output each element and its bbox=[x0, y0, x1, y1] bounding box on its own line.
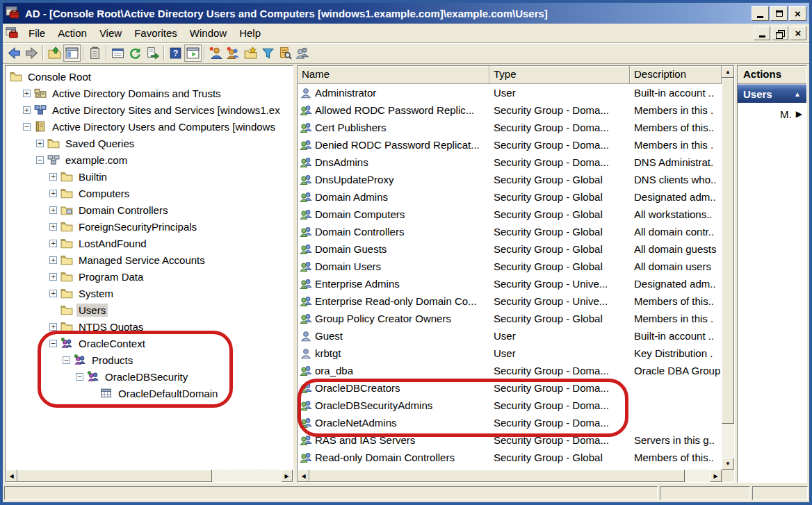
list-hscroll-track[interactable] bbox=[685, 470, 710, 482]
new-group-button[interactable] bbox=[225, 44, 242, 62]
list-row-krbtgt[interactable]: krbtgtUserKey Distribution . bbox=[298, 345, 722, 362]
list-row-read-only-domain-controllers[interactable]: Read-only Domain ControllersSecurity Gro… bbox=[298, 449, 722, 466]
tree-item-lostandfound[interactable]: +LostAndFound bbox=[6, 235, 293, 251]
tree-item-program-data[interactable]: +Program Data bbox=[6, 268, 293, 285]
tree-hscroll-track[interactable] bbox=[212, 470, 281, 482]
expand-icon[interactable]: + bbox=[23, 106, 31, 114]
list-vscroll-thumb[interactable] bbox=[722, 78, 734, 424]
list-hscrollbar[interactable]: ◀ ▶ bbox=[298, 470, 734, 482]
tree-hscroll-thumb[interactable] bbox=[17, 470, 212, 482]
up-one-level-button[interactable] bbox=[46, 44, 63, 62]
tree-item-system[interactable]: +System bbox=[6, 285, 293, 301]
expand-icon[interactable]: + bbox=[36, 140, 44, 147]
expand-icon[interactable]: + bbox=[49, 256, 57, 264]
tree-item-oracledefaultdomain[interactable]: OracleDefaultDomain bbox=[6, 385, 293, 401]
maximize-button[interactable] bbox=[770, 6, 788, 21]
list-row-domain-guests[interactable]: Domain GuestsSecurity Group - GlobalAll … bbox=[298, 240, 722, 258]
collapse-icon[interactable]: − bbox=[36, 156, 44, 164]
find-button[interactable] bbox=[277, 44, 294, 62]
column-header-type[interactable]: Type bbox=[489, 66, 630, 84]
list-row-cert-publishers[interactable]: Cert PublishersSecurity Group - Doma...M… bbox=[298, 119, 722, 136]
list-row-denied-rodc-password-replicat[interactable]: Denied RODC Password Replicat...Security… bbox=[298, 136, 722, 154]
tree-item-users[interactable]: Users bbox=[6, 301, 293, 318]
tree-item-active-directory-users-and-computers-windows[interactable]: −Active Directory Users and Computers [w… bbox=[6, 118, 293, 135]
back-button[interactable] bbox=[6, 44, 23, 62]
tree-hscrollbar[interactable]: ◀ ▶ bbox=[6, 470, 293, 482]
more-actions-label[interactable]: M. bbox=[780, 108, 792, 120]
tree-item-active-directory-domains-and-trusts[interactable]: +Active Directory Domains and Trusts bbox=[6, 85, 293, 101]
list-scroll-up-button[interactable]: ▲ bbox=[722, 66, 734, 78]
list-scroll-right-button[interactable]: ▶ bbox=[710, 470, 722, 482]
child-close-button[interactable]: × bbox=[790, 26, 806, 40]
help-button[interactable]: ? bbox=[167, 44, 184, 62]
window-list-button[interactable] bbox=[109, 44, 127, 62]
tree-item-managed-service-accounts[interactable]: +Managed Service Accounts bbox=[6, 251, 293, 268]
list-row-enterprise-admins[interactable]: Enterprise AdminsSecurity Group - Unive.… bbox=[298, 275, 722, 292]
new-user-button[interactable] bbox=[207, 44, 225, 62]
submenu-arrow-icon[interactable]: ▶ bbox=[796, 108, 802, 119]
list-row-domain-admins[interactable]: Domain AdminsSecurity Group - GlobalDesi… bbox=[298, 188, 722, 206]
menu-view[interactable]: View bbox=[93, 25, 128, 41]
list-row-domain-computers[interactable]: Domain ComputersSecurity Group - GlobalA… bbox=[298, 206, 722, 223]
menu-window[interactable]: Window bbox=[184, 25, 233, 41]
expand-icon[interactable]: + bbox=[49, 223, 57, 231]
tree-item-foreignsecurityprincipals[interactable]: +ForeignSecurityPrincipals bbox=[6, 218, 293, 235]
list-row-enterprise-read-only-domain-co[interactable]: Enterprise Read-only Domain Co...Securit… bbox=[298, 292, 722, 310]
child-restore-button[interactable] bbox=[772, 26, 788, 40]
menu-help[interactable]: Help bbox=[233, 25, 267, 41]
delegate-button[interactable] bbox=[294, 44, 311, 62]
list-row-dnsupdateproxy[interactable]: DnsUpdateProxySecurity Group - GlobalDNS… bbox=[298, 171, 722, 188]
collapse-icon[interactable]: − bbox=[76, 373, 83, 381]
list-row-dnsadmins[interactable]: DnsAdminsSecurity Group - Doma...DNS Adm… bbox=[298, 154, 722, 171]
tree-item-oracledbsecurity[interactable]: −OracleDBSecurity bbox=[6, 368, 293, 385]
actions-group-users[interactable]: Users ▲ bbox=[738, 84, 806, 103]
expand-icon[interactable]: + bbox=[49, 240, 57, 247]
tree-item-saved-queries[interactable]: +Saved Queries bbox=[6, 135, 293, 151]
expand-icon[interactable]: + bbox=[49, 323, 57, 331]
tree-item-ntds-quotas[interactable]: +NTDS Quotas bbox=[6, 318, 293, 335]
list-row-administrator[interactable]: AdministratorUserBuilt-in account .. bbox=[298, 84, 722, 101]
tree-item-domain-controllers[interactable]: +Domain Controllers bbox=[6, 201, 293, 218]
collapse-icon[interactable]: − bbox=[49, 340, 57, 347]
show-console-tree-button[interactable] bbox=[63, 44, 81, 62]
expand-icon[interactable]: + bbox=[49, 290, 57, 297]
tree-item-computers[interactable]: +Computers bbox=[6, 185, 293, 201]
column-header-name[interactable]: Name bbox=[298, 66, 489, 84]
column-header-description[interactable]: Description bbox=[630, 66, 722, 84]
show-action-pane-button[interactable] bbox=[184, 44, 202, 62]
list-row-oracledbcreators[interactable]: OracleDBCreatorsSecurity Group - Doma... bbox=[298, 379, 722, 397]
tree-item-builtin[interactable]: +Builtin bbox=[6, 168, 293, 185]
tree-item-example-com[interactable]: −example.com bbox=[6, 151, 293, 168]
list-row-group-policy-creator-owners[interactable]: Group Policy Creator OwnersSecurity Grou… bbox=[298, 310, 722, 327]
list-row-guest[interactable]: GuestUserBuilt-in account .. bbox=[298, 327, 722, 345]
menu-file[interactable]: File bbox=[22, 25, 51, 41]
export-list-button[interactable] bbox=[144, 44, 161, 62]
tree-scroll-right-button[interactable]: ▶ bbox=[281, 470, 293, 482]
expand-icon[interactable]: + bbox=[23, 90, 31, 97]
list-row-domain-controllers[interactable]: Domain ControllersSecurity Group - Globa… bbox=[298, 223, 722, 240]
properties-button[interactable] bbox=[86, 44, 104, 62]
list-scroll-left-button[interactable]: ◀ bbox=[298, 470, 309, 482]
chevron-up-icon[interactable]: ▲ bbox=[794, 90, 801, 98]
list-row-ras-and-ias-servers[interactable]: RAS and IAS ServersSecurity Group - Doma… bbox=[298, 431, 722, 449]
close-button[interactable]: × bbox=[789, 6, 806, 21]
list-vscroll-track[interactable] bbox=[722, 424, 734, 458]
collapse-icon[interactable]: − bbox=[23, 123, 31, 131]
tree-scroll-left-button[interactable]: ◀ bbox=[6, 470, 17, 482]
tree-item-console-root[interactable]: Console Root bbox=[6, 68, 293, 85]
child-minimize-button[interactable] bbox=[754, 26, 770, 40]
menu-action[interactable]: Action bbox=[51, 25, 93, 41]
list-vscrollbar[interactable]: ▲ ▼ bbox=[722, 66, 734, 470]
minimize-button[interactable] bbox=[752, 6, 769, 21]
menu-favorites[interactable]: Favorites bbox=[128, 25, 184, 41]
expand-icon[interactable]: + bbox=[49, 190, 57, 197]
expand-icon[interactable]: + bbox=[49, 273, 57, 281]
list-row-oracledbsecurityadmins[interactable]: OracleDBSecurityAdminsSecurity Group - D… bbox=[298, 397, 722, 414]
tree-item-oraclecontext[interactable]: −OracleContext bbox=[6, 335, 293, 351]
tree-item-products[interactable]: −Products bbox=[6, 351, 293, 368]
tree-item-active-directory-sites-and-services-windows1-ex[interactable]: +Active Directory Sites and Services [wi… bbox=[6, 101, 293, 118]
expand-icon[interactable]: + bbox=[49, 173, 57, 181]
collapse-icon[interactable]: − bbox=[63, 356, 70, 364]
list-row-oraclenetadmins[interactable]: OracleNetAdminsSecurity Group - Doma... bbox=[298, 414, 722, 431]
title-bar[interactable]: AD - [Console Root\Active Directory User… bbox=[3, 3, 809, 24]
